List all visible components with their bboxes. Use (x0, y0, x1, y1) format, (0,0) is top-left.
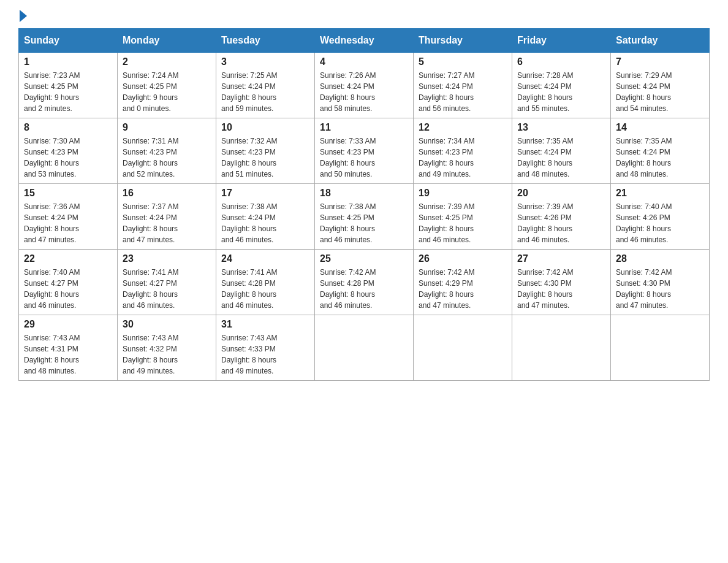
day-number: 23 (123, 253, 211, 264)
day-of-week-header: Wednesday (315, 29, 414, 53)
day-of-week-header: Friday (512, 29, 611, 53)
day-number: 21 (616, 188, 704, 199)
day-info: Sunrise: 7:40 AM Sunset: 4:26 PM Dayligh… (616, 201, 704, 245)
day-number: 19 (419, 188, 507, 199)
day-of-week-header: Monday (118, 29, 216, 53)
day-info: Sunrise: 7:33 AM Sunset: 4:23 PM Dayligh… (320, 136, 408, 180)
calendar-cell: 25 Sunrise: 7:42 AM Sunset: 4:28 PM Dayl… (315, 250, 414, 315)
day-info: Sunrise: 7:40 AM Sunset: 4:27 PM Dayligh… (24, 267, 112, 311)
day-info: Sunrise: 7:27 AM Sunset: 4:24 PM Dayligh… (419, 70, 507, 114)
day-of-week-header: Thursday (414, 29, 512, 53)
day-info: Sunrise: 7:39 AM Sunset: 4:26 PM Dayligh… (517, 201, 605, 245)
calendar-cell: 16 Sunrise: 7:37 AM Sunset: 4:24 PM Dayl… (118, 184, 216, 250)
calendar-cell: 18 Sunrise: 7:38 AM Sunset: 4:25 PM Dayl… (315, 184, 414, 250)
day-info: Sunrise: 7:43 AM Sunset: 4:32 PM Dayligh… (123, 332, 211, 377)
calendar-week-row: 1 Sunrise: 7:23 AM Sunset: 4:25 PM Dayli… (19, 53, 710, 118)
day-info: Sunrise: 7:32 AM Sunset: 4:23 PM Dayligh… (221, 136, 309, 180)
calendar-cell: 10 Sunrise: 7:32 AM Sunset: 4:23 PM Dayl… (216, 118, 315, 184)
calendar-header-row: SundayMondayTuesdayWednesdayThursdayFrid… (19, 29, 710, 53)
calendar-cell: 6 Sunrise: 7:28 AM Sunset: 4:24 PM Dayli… (512, 53, 611, 118)
calendar-week-row: 15 Sunrise: 7:36 AM Sunset: 4:24 PM Dayl… (19, 184, 710, 250)
calendar-cell: 11 Sunrise: 7:33 AM Sunset: 4:23 PM Dayl… (315, 118, 414, 184)
calendar-cell: 8 Sunrise: 7:30 AM Sunset: 4:23 PM Dayli… (19, 118, 118, 184)
calendar-cell (315, 315, 414, 381)
day-info: Sunrise: 7:35 AM Sunset: 4:24 PM Dayligh… (616, 136, 704, 180)
calendar-cell: 15 Sunrise: 7:36 AM Sunset: 4:24 PM Dayl… (19, 184, 118, 250)
day-info: Sunrise: 7:43 AM Sunset: 4:31 PM Dayligh… (24, 332, 112, 377)
calendar-cell: 31 Sunrise: 7:43 AM Sunset: 4:33 PM Dayl… (216, 315, 315, 381)
day-info: Sunrise: 7:42 AM Sunset: 4:29 PM Dayligh… (419, 267, 507, 311)
calendar-cell: 27 Sunrise: 7:42 AM Sunset: 4:30 PM Dayl… (512, 250, 611, 315)
calendar-cell: 26 Sunrise: 7:42 AM Sunset: 4:29 PM Dayl… (414, 250, 512, 315)
calendar-cell: 7 Sunrise: 7:29 AM Sunset: 4:24 PM Dayli… (611, 53, 710, 118)
day-info: Sunrise: 7:36 AM Sunset: 4:24 PM Dayligh… (24, 201, 112, 245)
day-number: 1 (24, 56, 112, 67)
day-number: 7 (616, 56, 704, 67)
day-number: 26 (419, 253, 507, 264)
day-info: Sunrise: 7:39 AM Sunset: 4:25 PM Dayligh… (419, 201, 507, 245)
page-header (18, 12, 710, 22)
day-number: 20 (517, 188, 605, 199)
day-info: Sunrise: 7:37 AM Sunset: 4:24 PM Dayligh… (123, 201, 211, 245)
calendar-cell: 1 Sunrise: 7:23 AM Sunset: 4:25 PM Dayli… (19, 53, 118, 118)
day-number: 28 (616, 253, 704, 264)
calendar-cell: 12 Sunrise: 7:34 AM Sunset: 4:23 PM Dayl… (414, 118, 512, 184)
day-info: Sunrise: 7:30 AM Sunset: 4:23 PM Dayligh… (24, 136, 112, 180)
day-info: Sunrise: 7:41 AM Sunset: 4:28 PM Dayligh… (221, 267, 309, 311)
day-number: 17 (221, 188, 309, 199)
day-info: Sunrise: 7:25 AM Sunset: 4:24 PM Dayligh… (221, 70, 309, 114)
day-number: 6 (517, 56, 605, 67)
day-of-week-header: Tuesday (216, 29, 315, 53)
day-info: Sunrise: 7:23 AM Sunset: 4:25 PM Dayligh… (24, 70, 112, 114)
day-number: 16 (123, 188, 211, 199)
day-number: 11 (320, 122, 408, 133)
day-number: 13 (517, 122, 605, 133)
calendar-cell: 21 Sunrise: 7:40 AM Sunset: 4:26 PM Dayl… (611, 184, 710, 250)
calendar-cell: 28 Sunrise: 7:42 AM Sunset: 4:30 PM Dayl… (611, 250, 710, 315)
day-number: 2 (123, 56, 211, 67)
day-number: 24 (221, 253, 309, 264)
day-number: 31 (221, 319, 309, 330)
day-number: 14 (616, 122, 704, 133)
calendar-week-row: 22 Sunrise: 7:40 AM Sunset: 4:27 PM Dayl… (19, 250, 710, 315)
calendar-cell: 29 Sunrise: 7:43 AM Sunset: 4:31 PM Dayl… (19, 315, 118, 381)
day-info: Sunrise: 7:34 AM Sunset: 4:23 PM Dayligh… (419, 136, 507, 180)
calendar-table: SundayMondayTuesdayWednesdayThursdayFrid… (18, 28, 710, 381)
day-info: Sunrise: 7:29 AM Sunset: 4:24 PM Dayligh… (616, 70, 704, 114)
calendar-cell: 17 Sunrise: 7:38 AM Sunset: 4:24 PM Dayl… (216, 184, 315, 250)
day-number: 8 (24, 122, 112, 133)
calendar-cell: 5 Sunrise: 7:27 AM Sunset: 4:24 PM Dayli… (414, 53, 512, 118)
calendar-cell: 13 Sunrise: 7:35 AM Sunset: 4:24 PM Dayl… (512, 118, 611, 184)
calendar-week-row: 29 Sunrise: 7:43 AM Sunset: 4:31 PM Dayl… (19, 315, 710, 381)
calendar-week-row: 8 Sunrise: 7:30 AM Sunset: 4:23 PM Dayli… (19, 118, 710, 184)
day-info: Sunrise: 7:26 AM Sunset: 4:24 PM Dayligh… (320, 70, 408, 114)
calendar-cell: 3 Sunrise: 7:25 AM Sunset: 4:24 PM Dayli… (216, 53, 315, 118)
day-of-week-header: Saturday (611, 29, 710, 53)
day-info: Sunrise: 7:38 AM Sunset: 4:24 PM Dayligh… (221, 201, 309, 245)
calendar-cell: 4 Sunrise: 7:26 AM Sunset: 4:24 PM Dayli… (315, 53, 414, 118)
day-number: 18 (320, 188, 408, 199)
day-number: 30 (123, 319, 211, 330)
day-info: Sunrise: 7:35 AM Sunset: 4:24 PM Dayligh… (517, 136, 605, 180)
day-number: 25 (320, 253, 408, 264)
day-number: 22 (24, 253, 112, 264)
day-info: Sunrise: 7:42 AM Sunset: 4:28 PM Dayligh… (320, 267, 408, 311)
day-info: Sunrise: 7:28 AM Sunset: 4:24 PM Dayligh… (517, 70, 605, 114)
day-number: 4 (320, 56, 408, 67)
day-info: Sunrise: 7:31 AM Sunset: 4:23 PM Dayligh… (123, 136, 211, 180)
day-number: 10 (221, 122, 309, 133)
day-number: 3 (221, 56, 309, 67)
day-info: Sunrise: 7:41 AM Sunset: 4:27 PM Dayligh… (123, 267, 211, 311)
calendar-cell: 24 Sunrise: 7:41 AM Sunset: 4:28 PM Dayl… (216, 250, 315, 315)
day-number: 27 (517, 253, 605, 264)
day-of-week-header: Sunday (19, 29, 118, 53)
day-number: 9 (123, 122, 211, 133)
calendar-cell: 20 Sunrise: 7:39 AM Sunset: 4:26 PM Dayl… (512, 184, 611, 250)
calendar-cell (611, 315, 710, 381)
day-info: Sunrise: 7:24 AM Sunset: 4:25 PM Dayligh… (123, 70, 211, 114)
calendar-cell: 19 Sunrise: 7:39 AM Sunset: 4:25 PM Dayl… (414, 184, 512, 250)
calendar-cell: 2 Sunrise: 7:24 AM Sunset: 4:25 PM Dayli… (118, 53, 216, 118)
calendar-cell: 30 Sunrise: 7:43 AM Sunset: 4:32 PM Dayl… (118, 315, 216, 381)
day-info: Sunrise: 7:42 AM Sunset: 4:30 PM Dayligh… (517, 267, 605, 311)
day-number: 15 (24, 188, 112, 199)
